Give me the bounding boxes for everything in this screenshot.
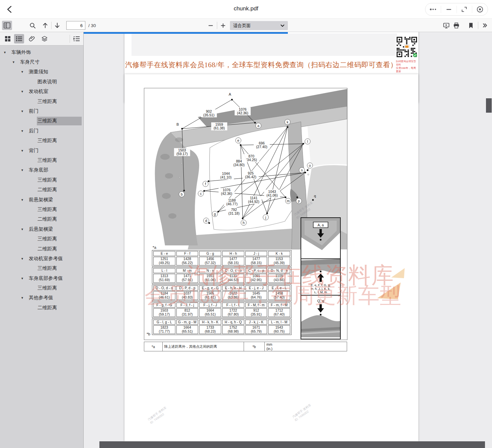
page-count-label: / 30 xyxy=(88,23,96,28)
minimize-button[interactable] xyxy=(441,6,457,13)
svg-text:k: k xyxy=(286,120,289,124)
next-page-button[interactable] xyxy=(52,21,62,30)
pdf-viewer[interactable]: 汽修帮手在线资料库会员168/年，全球车型资料免费查询（扫码右边二维码即可查看）… xyxy=(84,32,492,448)
double-chevron-icon xyxy=(482,23,488,28)
attachments-view-button[interactable] xyxy=(27,34,37,43)
outline-item-label: 三维距离 xyxy=(37,117,82,125)
outline-item[interactable]: ▼车身底部参考值 xyxy=(0,273,83,283)
presentation-mode-button[interactable] xyxy=(441,21,451,30)
svg-text:(36.42): (36.42) xyxy=(245,175,256,179)
find-button[interactable] xyxy=(27,21,37,30)
outline-item[interactable]: ▼后悬架横梁 xyxy=(0,224,83,234)
measurement-label: 1503(59.17) xyxy=(174,148,190,156)
outline-item[interactable]: 三维距离 xyxy=(0,234,83,244)
distance-value-cell: 1477(58.15) xyxy=(222,257,244,265)
outline-item[interactable]: 三维距离 xyxy=(0,264,83,273)
outline-item[interactable]: ▼车辆外饰 xyxy=(0,47,83,57)
outline-item[interactable]: 三维距离 xyxy=(0,175,83,185)
svg-text:(61.38): (61.38) xyxy=(214,126,225,130)
outline-item[interactable]: ▼发动机室 xyxy=(0,87,83,97)
svg-text:(41.10): (41.10) xyxy=(220,175,231,179)
distance-value-cell: 912(35.91) xyxy=(245,308,267,317)
outline-item[interactable]: ▼前门 xyxy=(0,106,83,116)
collapse-arrow-icon[interactable]: ▼ xyxy=(21,169,28,172)
outline-item-label: 三维距离 xyxy=(37,284,60,293)
outline-item[interactable]: 二维距离 xyxy=(0,303,83,313)
outline-item[interactable]: ▼车身底部 xyxy=(0,165,83,175)
app-titlebar: chunk.pdf xyxy=(0,0,492,19)
svg-text:a: a xyxy=(257,124,259,128)
measurement-label: 884(34.80) xyxy=(231,159,247,167)
print-button[interactable] xyxy=(451,21,461,30)
zoom-out-button[interactable] xyxy=(206,21,216,30)
outline-view-button[interactable] xyxy=(14,34,24,43)
outline-item[interactable]: ▼发动机室参考值 xyxy=(0,254,83,263)
thumbnails-view-button[interactable] xyxy=(3,34,13,43)
collapse-arrow-icon[interactable]: ▼ xyxy=(21,110,28,113)
expand-button[interactable] xyxy=(457,6,472,13)
record-button[interactable] xyxy=(472,6,488,13)
outline-item[interactable]: 图表说明 xyxy=(0,77,83,87)
distance-value-cell: 1131(44.53) xyxy=(222,274,244,283)
collapse-arrow-icon[interactable]: ▼ xyxy=(21,90,28,93)
outline-item[interactable]: 三维距离 xyxy=(0,136,83,146)
distance-pair-header: K - k xyxy=(268,251,290,256)
svg-text:h: h xyxy=(243,221,245,225)
outline-item[interactable]: ▼背门 xyxy=(0,146,83,155)
collapse-arrow-icon[interactable]: ▼ xyxy=(21,296,28,300)
collapse-arrow-icon[interactable]: ▼ xyxy=(21,70,28,74)
collapse-arrow-icon[interactable]: ▼ xyxy=(21,257,28,260)
qr-caption: 扫码查询全球车型资料 仅需168/年，每周更新 xyxy=(396,60,418,74)
outline-item[interactable]: ▼前悬架横梁 xyxy=(0,195,83,205)
svg-text:H, h, J, j, K, k,: H, h, J, j, K, k, xyxy=(311,287,330,291)
layers-view-button[interactable] xyxy=(39,34,50,43)
inset-panel-EFGHJKLM: E, e, F, f, G, g, H, h, J, j, K, k, L, l… xyxy=(301,258,341,296)
zoom-in-button[interactable] xyxy=(218,21,228,30)
expand-icon xyxy=(461,6,468,13)
outline-item[interactable]: 二维距离 xyxy=(0,215,83,224)
more-menu-button[interactable] xyxy=(425,6,441,13)
sidebar-view-switcher xyxy=(0,32,83,45)
distance-value-cell: 1671(65.79) xyxy=(245,325,267,334)
outline-item[interactable]: 三维距离 xyxy=(0,116,83,126)
distance-value-cell: 1503(59.17) xyxy=(153,308,175,317)
current-outline-item-button[interactable] xyxy=(72,34,82,43)
collapse-arrow-icon[interactable]: ▼ xyxy=(3,51,11,54)
zoom-select[interactable]: 适合页面 xyxy=(230,21,288,30)
sidebar-toggle-button[interactable] xyxy=(2,21,12,30)
outline-item[interactable]: 二维距离 xyxy=(0,185,83,195)
svg-text:Q, q: Q, q xyxy=(317,299,324,303)
outline-item[interactable]: ▼后门 xyxy=(0,126,83,136)
more-tools-button[interactable] xyxy=(480,21,490,30)
svg-text:e: e xyxy=(237,138,239,142)
outline-item-label: 背门 xyxy=(28,146,41,155)
collapse-arrow-icon[interactable]: ▼ xyxy=(12,61,19,64)
outline-item[interactable]: ▼其他参考值 xyxy=(0,293,83,303)
previous-page-button[interactable] xyxy=(40,21,50,30)
distance-pair-header: F - l, f - L xyxy=(222,303,244,308)
outline-item-label: 前悬架横梁 xyxy=(28,196,56,204)
outline-item[interactable]: 三维距离 xyxy=(0,283,83,293)
collapse-arrow-icon[interactable]: ▼ xyxy=(21,277,28,280)
measurement-label: 1043(41.06) xyxy=(264,190,280,198)
outline-item[interactable]: 三维距离 xyxy=(0,155,83,165)
outline-item[interactable]: 三维距离 xyxy=(0,205,83,214)
legend-a-key: *a xyxy=(144,342,163,351)
legend-a-desc: 除上述距离外，其他点之间的距离 xyxy=(163,342,244,351)
collapse-arrow-icon[interactable]: ▼ xyxy=(21,228,28,231)
outline-item[interactable]: 三维距离 xyxy=(0,97,83,106)
collapse-arrow-icon[interactable]: ▼ xyxy=(21,149,28,152)
collapse-arrow-icon[interactable]: ▼ xyxy=(21,198,28,202)
outline-item[interactable]: ▼测量须知 xyxy=(0,67,83,77)
page5-gray-band xyxy=(132,33,397,56)
vertical-scrollbar-thumb[interactable] xyxy=(486,98,492,113)
page-number-input[interactable] xyxy=(66,21,85,30)
outline-item[interactable]: 二维距离 xyxy=(0,244,83,254)
distance-pair-header: F - M, f - m xyxy=(245,303,267,308)
distance-pair-header: E - l, e - L xyxy=(268,286,290,291)
bookmark-button[interactable] xyxy=(466,21,476,30)
outline-item[interactable]: ▼车身尺寸 xyxy=(0,57,83,67)
distance-pair-header: E - h, e - H xyxy=(222,286,244,291)
distance-pair-header: G - g xyxy=(199,251,221,256)
collapse-arrow-icon[interactable]: ▼ xyxy=(21,129,28,133)
